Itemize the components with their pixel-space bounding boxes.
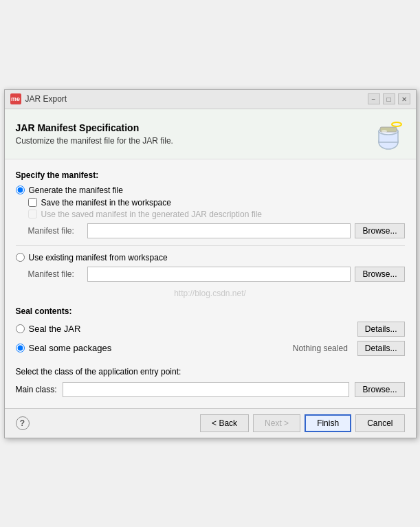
- seal-jar-details-button[interactable]: Details...: [357, 322, 405, 337]
- back-button[interactable]: < Back: [200, 414, 249, 432]
- seal-section: Seal contents: Seal the JAR Details... S…: [16, 306, 405, 356]
- window-controls: − □ ✕: [368, 93, 410, 104]
- seal-some-details-button[interactable]: Details...: [357, 341, 405, 356]
- next-button[interactable]: Next >: [253, 414, 300, 432]
- seal-some-radio[interactable]: [16, 344, 25, 352]
- seal-section-label: Seal contents:: [16, 306, 405, 316]
- header-section: JAR Manifest Specification Customize the…: [5, 109, 416, 159]
- browse-button-1[interactable]: Browse...: [355, 223, 404, 238]
- seal-some-left: Seal some packages: [16, 343, 112, 353]
- help-button[interactable]: ?: [16, 416, 30, 430]
- seal-some-label[interactable]: Seal some packages: [29, 343, 112, 353]
- generate-manifest-radio[interactable]: [16, 186, 25, 194]
- manifest-file-label-1: Manifest file:: [28, 226, 83, 236]
- manifest-section-label: Specify the manifest:: [16, 170, 405, 180]
- cancel-button[interactable]: Cancel: [355, 414, 404, 432]
- svg-point-4: [392, 122, 401, 126]
- titlebar-left: me JAR Export: [10, 93, 67, 104]
- footer-right: < Back Next > Finish Cancel: [200, 414, 404, 432]
- seal-jar-radio[interactable]: [16, 324, 25, 333]
- seal-some-right: Nothing sealed Details...: [293, 341, 405, 356]
- manifest-file-input-1[interactable]: [87, 223, 351, 238]
- maximize-button[interactable]: □: [383, 93, 395, 104]
- divider-1: [16, 245, 405, 246]
- page-subtitle: Customize the manifest file for the JAR …: [16, 136, 173, 146]
- seal-jar-left: Seal the JAR: [16, 324, 81, 334]
- use-saved-manifest-label: Use the saved manifest in the generated …: [41, 210, 263, 219]
- manifest-file-input-2[interactable]: [87, 267, 351, 282]
- page-title: JAR Manifest Specification: [16, 122, 173, 133]
- main-class-input[interactable]: [63, 382, 350, 397]
- browse-button-2[interactable]: Browse...: [355, 267, 404, 282]
- save-manifest-checkbox[interactable]: [28, 198, 37, 207]
- header-text: JAR Manifest Specification Customize the…: [16, 122, 173, 146]
- finish-button[interactable]: Finish: [305, 414, 351, 432]
- generate-manifest-radio-row: Generate the manifest file: [16, 186, 405, 195]
- use-existing-manifest-label[interactable]: Use existing manifest from workspace: [29, 253, 168, 262]
- watermark: http://blog.csdn.net/: [16, 289, 405, 298]
- jar-icon: [372, 117, 405, 150]
- main-class-label: Main class:: [16, 385, 57, 394]
- minimize-button[interactable]: −: [368, 93, 380, 104]
- nothing-sealed-status: Nothing sealed: [293, 344, 348, 353]
- seal-some-row: Seal some packages Nothing sealed Detail…: [16, 341, 405, 356]
- seal-jar-row: Seal the JAR Details...: [16, 322, 405, 337]
- main-class-row: Main class: Browse...: [16, 382, 405, 397]
- save-manifest-label[interactable]: Save the manifest in the workspace: [41, 198, 171, 208]
- use-existing-manifest-radio[interactable]: [16, 253, 25, 262]
- window-title: JAR Export: [25, 94, 67, 104]
- manifest-file-row-2: Manifest file: Browse...: [28, 267, 405, 282]
- save-manifest-checkbox-row: Save the manifest in the workspace: [28, 198, 405, 208]
- content-area: Specify the manifest: Generate the manif…: [5, 159, 416, 408]
- use-saved-manifest-checkbox[interactable]: [28, 210, 37, 218]
- generate-manifest-label[interactable]: Generate the manifest file: [29, 186, 123, 195]
- svg-point-5: [382, 130, 387, 133]
- titlebar: me JAR Export − □ ✕: [5, 90, 416, 109]
- seal-jar-label[interactable]: Seal the JAR: [29, 324, 81, 334]
- entry-section: Select the class of the application entr…: [16, 367, 405, 397]
- use-existing-manifest-radio-row: Use existing manifest from workspace: [16, 253, 405, 262]
- entry-section-label: Select the class of the application entr…: [16, 367, 405, 377]
- use-saved-manifest-checkbox-row: Use the saved manifest in the generated …: [28, 210, 405, 219]
- footer-left: ?: [16, 416, 30, 430]
- app-icon: me: [10, 93, 21, 104]
- jar-export-window: me JAR Export − □ ✕ JAR Manifest Specifi…: [4, 89, 417, 438]
- close-button[interactable]: ✕: [398, 93, 410, 104]
- browse-button-3[interactable]: Browse...: [355, 382, 404, 397]
- footer: ? < Back Next > Finish Cancel: [5, 408, 416, 438]
- manifest-file-label-2: Manifest file:: [28, 269, 83, 279]
- manifest-file-row-1: Manifest file: Browse...: [28, 223, 405, 238]
